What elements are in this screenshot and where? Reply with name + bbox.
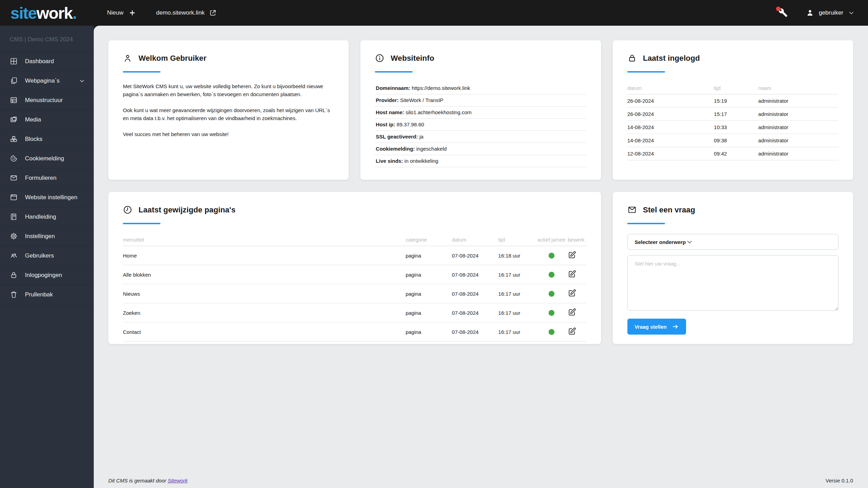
external-link-icon — [209, 9, 216, 16]
cell-categorie: pagina — [406, 246, 452, 265]
card-title: Stel een vraag — [643, 205, 695, 214]
sidebar-item-label: Menustructuur — [25, 97, 63, 104]
user-menu[interactable]: gebruiker — [806, 9, 855, 17]
sidebar-item-media[interactable]: Media — [0, 110, 94, 129]
active-status-dot — [549, 272, 554, 278]
sidebar-item-cookiemelding[interactable]: Cookiemelding — [0, 149, 94, 168]
cell-naam: administrator — [758, 121, 838, 134]
info-icon — [375, 53, 384, 63]
sidebar-item-webpaginas[interactable]: Webpagina`s — [0, 71, 94, 91]
edit-page-button[interactable] — [568, 270, 576, 278]
sidebar-item-label: Gebruikers — [25, 252, 54, 259]
gear-icon — [10, 232, 18, 240]
info-label: Host ip: — [376, 121, 395, 127]
sidebar-item-gebruikers[interactable]: Gebruikers — [0, 246, 94, 266]
cell-menutitel: Home — [123, 246, 406, 265]
browser-icon — [10, 193, 18, 201]
new-button-label: Nieuw — [107, 9, 123, 16]
site-link[interactable]: demo.sitework.link — [156, 9, 217, 16]
cell-naam: administrator — [758, 147, 838, 160]
cell-datum: 14-08-2024 — [627, 134, 714, 147]
card-title: Websiteinfo — [391, 54, 434, 63]
sidebar-item-label: Blocks — [25, 136, 42, 143]
sidebar-item-label: Formulieren — [25, 175, 57, 182]
cell-categorie: pagina — [406, 284, 452, 303]
cell-tijd: 15:19 — [714, 94, 758, 108]
lock-icon — [627, 53, 637, 63]
logo-text-work: work — [36, 4, 73, 22]
envelope-icon — [627, 205, 637, 214]
sidebar-item-inlogpogingen[interactable]: Inlogpogingen — [0, 266, 94, 285]
logo-text-site: site — [10, 4, 36, 22]
new-button[interactable]: Nieuw — [107, 9, 136, 17]
table-row: 14-08-202409:38administrator — [627, 134, 838, 147]
question-textarea[interactable] — [627, 255, 838, 311]
edit-page-button[interactable] — [568, 251, 576, 259]
maintenance-button[interactable] — [778, 8, 788, 18]
edit-icon — [568, 289, 576, 297]
edit-icon — [568, 251, 576, 259]
active-status-dot — [549, 253, 554, 259]
edit-page-button[interactable] — [568, 327, 576, 336]
cell-datum: 12-08-2024 — [627, 147, 714, 160]
card-title: Laatst ingelogd — [643, 54, 700, 63]
welcome-card: Welkom Gebruiker Met SiteWork CMS kunt u… — [108, 40, 349, 180]
sidebar-item-formulieren[interactable]: Formulieren — [0, 168, 94, 188]
edit-page-button[interactable] — [568, 289, 576, 297]
sitework-logo[interactable]: sitework. — [10, 5, 76, 21]
lock-icon — [10, 271, 18, 279]
info-row: SSL geactiveerd: ja — [375, 131, 586, 143]
sidebar-item-menustructuur[interactable]: Menustructuur — [0, 91, 94, 110]
sidebar-item-label: Inlogpogingen — [25, 272, 62, 279]
info-value: silo1.achterhoekhosting.com — [404, 109, 471, 115]
sidebar-item-instellingen[interactable]: Instellingen — [0, 227, 94, 246]
table-row: Zoeken pagina 07-08-2024 16:17 uur — [123, 303, 586, 322]
sidebar-item-blocks[interactable]: Blocks — [0, 129, 94, 149]
sidebar-item-dashboard[interactable]: Dashboard — [0, 52, 94, 71]
sidebar-item-prullenbak[interactable]: Prullenbak — [0, 285, 94, 304]
websiteinfo-card: Websiteinfo Domeinnaam: https://demo.sit… — [360, 40, 601, 180]
logo-text-dot: . — [73, 4, 77, 22]
subject-select-value: Selecteer onderwerp — [635, 239, 686, 245]
card-title: Laatst gewijzigde pagina's — [139, 205, 235, 214]
trash-icon — [10, 291, 18, 298]
info-value: in ontwikkeling — [403, 158, 439, 164]
clock-icon — [123, 205, 132, 214]
pages-icon — [10, 77, 18, 85]
table-row: 26-08-202415:17administrator — [627, 108, 838, 121]
edit-page-button[interactable] — [568, 308, 576, 317]
active-status-dot — [549, 291, 554, 297]
accent-underline — [123, 223, 160, 224]
sidebar-item-label: Prullenbak — [25, 291, 53, 298]
media-icon — [10, 116, 18, 124]
column-header-tijd: tijd — [714, 82, 758, 94]
blocks-icon — [10, 135, 18, 143]
cell-datum: 07-08-2024 — [452, 246, 498, 265]
sidebar-item-website-instellingen[interactable]: Website instellingen — [0, 188, 94, 207]
edit-icon — [568, 308, 576, 317]
chevron-down-icon — [848, 9, 855, 16]
submit-question-button[interactable]: Vraag stellen — [627, 319, 686, 335]
table-row: Home pagina 07-08-2024 16:18 uur — [123, 246, 586, 265]
accent-underline — [375, 71, 412, 73]
sidebar-item-handleiding[interactable]: Handleiding — [0, 207, 94, 227]
info-label: Live sinds: — [376, 158, 403, 164]
cell-categorie: pagina — [406, 265, 452, 284]
table-row: 26-08-202415:19administrator — [627, 94, 838, 108]
submit-question-label: Vraag stellen — [635, 324, 667, 330]
subject-select[interactable]: Selecteer onderwerp — [627, 234, 838, 250]
sitework-link[interactable]: Sitework — [168, 478, 188, 483]
column-header-bewerk: bewerk — [568, 234, 586, 246]
chevron-down-icon — [686, 238, 693, 246]
welcome-paragraph: Veel succes met het beheren van uw websi… — [123, 130, 331, 138]
accent-underline — [627, 71, 665, 73]
active-status-dot — [549, 310, 554, 316]
edit-icon — [568, 327, 576, 336]
table-row: Nieuws pagina 07-08-2024 16:17 uur — [123, 284, 586, 303]
cell-tijd: 16:17 uur — [498, 284, 535, 303]
info-value: SiteWork / TransIP — [399, 97, 443, 103]
cookie-icon — [10, 154, 18, 162]
sidebar-item-label: Webpagina`s — [25, 77, 60, 84]
sidebar-item-label: Media — [25, 116, 41, 123]
last-modified-table: menutitel categorie datum tijd actief ja… — [123, 234, 586, 342]
